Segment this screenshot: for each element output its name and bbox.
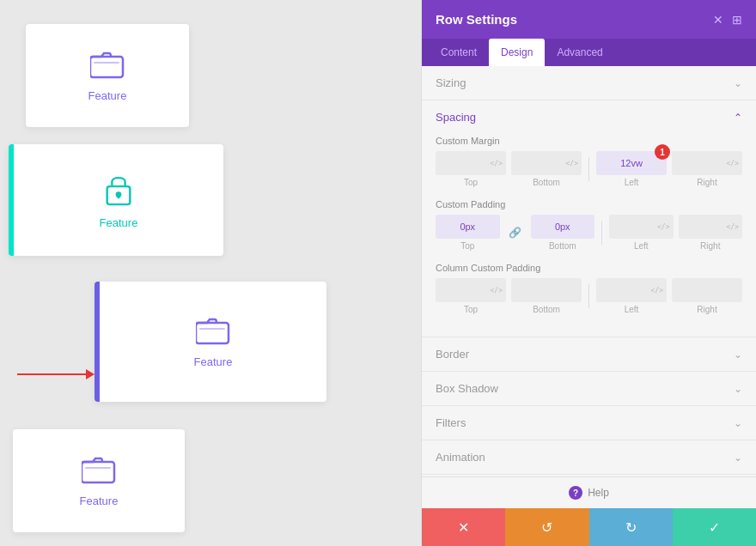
svg-rect-7 bbox=[82, 462, 114, 482]
help-icon: ? bbox=[569, 486, 582, 500]
border-title: Border bbox=[436, 348, 469, 361]
col-padding-divider bbox=[588, 284, 589, 308]
sizing-title: Sizing bbox=[436, 76, 466, 89]
padding-link-cell[interactable]: 🔗 bbox=[505, 215, 526, 251]
animation-section-header[interactable]: Animation ⌄ bbox=[422, 440, 756, 475]
spacing-section: Spacing ⌃ Custom Margin </> Top bbox=[422, 100, 756, 337]
col-padding-right-input[interactable] bbox=[672, 278, 742, 302]
svg-rect-4 bbox=[118, 194, 120, 198]
svg-rect-0 bbox=[90, 57, 123, 77]
panel-tabs: Content Design Advanced bbox=[422, 39, 756, 66]
lock-icon-2 bbox=[104, 172, 133, 209]
padding-left-label: Left bbox=[634, 241, 649, 251]
margin-top-cell: </> Top bbox=[436, 151, 506, 187]
animation-title: Animation bbox=[436, 451, 485, 464]
cancel-button[interactable]: ✕ bbox=[422, 508, 505, 546]
col-padding-left-label: Left bbox=[625, 305, 639, 314]
padding-bottom-input[interactable] bbox=[531, 215, 595, 239]
custom-margin-group: Custom Margin </> Top </> bbox=[436, 136, 742, 187]
svg-rect-8 bbox=[85, 467, 111, 469]
col-padding-right-cell: Right bbox=[672, 278, 742, 314]
svg-rect-5 bbox=[196, 323, 229, 343]
box-shadow-chevron: ⌄ bbox=[734, 383, 742, 395]
feature-card-4: Feature bbox=[13, 429, 185, 532]
panel-title: Row Settings bbox=[436, 12, 517, 27]
margin-right-cell: </> Right bbox=[672, 151, 742, 187]
feature-card-2: Feature bbox=[9, 144, 223, 256]
margin-top-label: Top bbox=[464, 178, 478, 187]
col-padding-bottom-label: Bottom bbox=[533, 305, 560, 314]
settings-icon[interactable]: ✕ bbox=[713, 13, 723, 27]
padding-right-cell: </> Right bbox=[679, 215, 743, 251]
card-4-label: Feature bbox=[80, 494, 119, 507]
margin-bottom-label: Bottom bbox=[533, 178, 560, 187]
arrow bbox=[17, 369, 94, 379]
padding-top-label: Top bbox=[460, 241, 474, 251]
padding-top-cell: Top bbox=[436, 215, 500, 251]
tab-content[interactable]: Content bbox=[429, 39, 489, 66]
margin-badge: 1 bbox=[655, 144, 670, 160]
column-padding-title: Column Custom Padding bbox=[436, 263, 742, 273]
custom-padding-group: Custom Padding Top 🔗 Bottom bbox=[436, 199, 742, 251]
col-padding-input-row: </> Top Bottom bbox=[436, 278, 742, 314]
margin-right-label: Right bbox=[697, 178, 716, 187]
folder-icon-4 bbox=[82, 455, 116, 488]
filters-title: Filters bbox=[436, 416, 466, 429]
column-padding-group: Column Custom Padding </> Top bbox=[436, 263, 742, 314]
margin-input-row: </> Top </> Bottom bbox=[436, 151, 742, 187]
custom-margin-title: Custom Margin bbox=[436, 136, 742, 146]
panel-body: Sizing ⌄ Spacing ⌃ Custom Margin </> bbox=[422, 66, 756, 476]
feature-card-3: Feature bbox=[94, 282, 326, 402]
col-padding-top-cell: </> Top bbox=[436, 278, 506, 314]
card-1-label: Feature bbox=[88, 89, 127, 102]
link-icon: 🔗 bbox=[509, 227, 521, 239]
margin-left-label: Left bbox=[625, 178, 639, 187]
border-chevron: ⌄ bbox=[734, 349, 742, 361]
sizing-chevron: ⌄ bbox=[734, 77, 742, 89]
arrow-line bbox=[17, 373, 86, 375]
padding-left-cell: </> Left bbox=[609, 215, 674, 251]
save-button[interactable]: ✓ bbox=[673, 508, 756, 546]
panel-footer: ? Help ✕ ↺ ↻ ✓ bbox=[422, 476, 756, 546]
spacing-title: Spacing bbox=[436, 111, 476, 124]
filters-chevron: ⌄ bbox=[734, 417, 742, 429]
col-padding-right-label: Right bbox=[697, 305, 716, 314]
folder-icon-3 bbox=[196, 316, 230, 349]
filters-section-header[interactable]: Filters ⌄ bbox=[422, 406, 756, 440]
spacing-chevron[interactable]: ⌃ bbox=[734, 112, 742, 124]
feature-card-1: Feature bbox=[26, 24, 189, 127]
box-shadow-title: Box Shadow bbox=[436, 382, 498, 395]
margin-bottom-cell: </> Bottom bbox=[511, 151, 582, 187]
tab-design[interactable]: Design bbox=[489, 39, 545, 66]
padding-bottom-label: Bottom bbox=[549, 241, 576, 251]
col-padding-bottom-cell: Bottom bbox=[511, 278, 582, 314]
padding-divider bbox=[601, 221, 602, 245]
panel-header-icons: ✕ ⊞ bbox=[713, 13, 742, 27]
help-label: Help bbox=[588, 487, 609, 499]
svg-rect-6 bbox=[199, 328, 225, 330]
margin-divider bbox=[588, 157, 589, 181]
canvas-area: Feature Feature Feature bbox=[0, 0, 421, 546]
expand-icon[interactable]: ⊞ bbox=[732, 13, 742, 27]
custom-padding-title: Custom Padding bbox=[436, 199, 742, 209]
svg-rect-1 bbox=[94, 62, 119, 64]
tab-advanced[interactable]: Advanced bbox=[545, 39, 614, 66]
sizing-section-header[interactable]: Sizing ⌄ bbox=[422, 66, 756, 100]
redo-button[interactable]: ↻ bbox=[589, 508, 673, 546]
col-padding-left-cell: </> Left bbox=[596, 278, 667, 314]
settings-panel: Row Settings ✕ ⊞ Content Design Advanced… bbox=[421, 0, 756, 546]
reset-button[interactable]: ↺ bbox=[505, 508, 588, 546]
col-padding-top-label: Top bbox=[464, 305, 478, 314]
panel-header: Row Settings ✕ ⊞ bbox=[422, 0, 756, 39]
padding-input-row: Top 🔗 Bottom bbox=[436, 215, 742, 251]
card-2-label: Feature bbox=[100, 216, 138, 229]
folder-icon-1 bbox=[90, 50, 125, 82]
padding-bottom-cell: Bottom bbox=[531, 215, 595, 251]
padding-top-input[interactable] bbox=[436, 215, 500, 239]
card-3-label: Feature bbox=[194, 355, 233, 368]
border-section-header[interactable]: Border ⌄ bbox=[422, 337, 756, 372]
col-padding-bottom-input[interactable] bbox=[511, 278, 582, 302]
padding-right-label: Right bbox=[700, 241, 720, 251]
box-shadow-section-header[interactable]: Box Shadow ⌄ bbox=[422, 372, 756, 406]
margin-left-cell: 1 Left bbox=[596, 151, 667, 187]
